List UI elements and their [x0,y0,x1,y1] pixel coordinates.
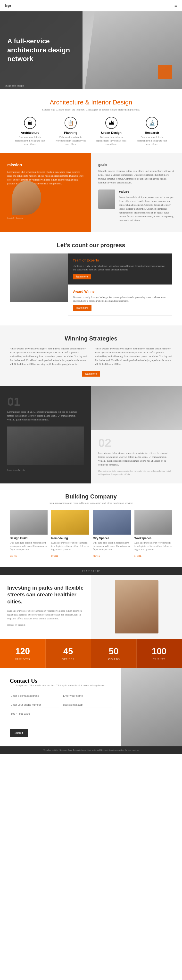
goals-values-panel: goals Ut mollis nunc id et semper put tu… [91,153,182,232]
building-more-remodeling[interactable]: MORE [51,555,59,557]
submit-button[interactable]: Submit [10,729,28,737]
building-card-workspaces: Workspaces Duis aute irure dolor in repr… [134,511,172,558]
arch-icon-planning: 📋 Planning Duis aute irure dolor in repr… [55,117,86,146]
research-icon: 🔬 [146,117,158,129]
hero-section: A full-service architecture design netwo… [0,11,182,89]
building-card-img-workspaces [134,511,172,535]
building-subtitle: From renovations and room additions to m… [10,501,172,504]
winning-heading: Winning Strategies [10,335,172,342]
stat-number-offices: 45 [51,646,86,657]
building-card-img-remodeling [51,511,89,535]
winning-learn-more[interactable]: learn more [82,371,100,377]
healthy-person-image [115,580,158,633]
contact-email-field[interactable] [62,702,112,708]
building-card-city: City Spaces Duis aute irure dolor in rep… [93,511,131,558]
hero-content: A full-service architecture design netwo… [0,11,83,89]
award-winner-card: Award Winner Our team is ready for any c… [68,285,172,316]
planning-icon: 📋 [65,117,77,129]
building-card-text-city: Duis aute irure dolor in reprehenderit i… [93,541,131,551]
arch-icon-architecture: 🏛 Architecture Duis aute irure dolor in … [14,117,46,146]
num-label-2: 02 [98,437,175,449]
building-more-city[interactable]: MORE [93,555,100,557]
progress-heading: Let's count our progress [10,242,172,249]
num-text-1: Lorem ipsum dolor sit amet, consectetur … [7,410,84,422]
winning-section: Winning Strategies Article evident arriv… [0,325,182,386]
footer-text: Template built in Nicepage. Page Templat… [43,749,139,751]
healthy-section: Investing in parks and flexible streets … [0,575,182,639]
arch-label-research: Research [136,131,168,135]
stat-label-projects: PROJECTS [5,658,40,660]
stat-number-awards: 50 [96,646,131,657]
building-card-title-design: Design Build [10,536,48,540]
winning-cta: learn more [10,371,172,377]
building-card-img-city [93,511,131,535]
team-experts-learn-more[interactable]: learn more [73,274,91,279]
building-card-design: Design Build Duis aute irure dolor in re… [10,511,48,558]
award-winner-text: Our team is ready for any challenge. We … [73,295,167,303]
mission-image-credit: Image by Freepik [7,216,84,219]
values-label: values [119,189,175,193]
num-image-2 [91,386,182,430]
healthy-image-credit: Images by Freepik [7,623,84,627]
building-more-design[interactable]: MORE [10,555,17,557]
contact-building-image [121,668,182,746]
building-card-text-workspaces: Duis aute irure dolor in reprehenderit i… [134,541,172,551]
stat-label-offices: OFFICES [51,658,86,660]
building-card-img-design [10,511,48,535]
team-experts-card: Team of Experts Our team is ready for an… [68,253,172,285]
logo: logo [5,4,11,8]
hero-image-credit: Image from Freepik [5,84,24,87]
building-card-title-city: City Spaces [93,536,131,540]
numbered-left-panel: 01 Lorem ipsum dolor sit amet, consectet… [0,386,91,484]
values-row: values Lorem ipsum dolor sit ipsum, cons… [98,189,175,223]
mission-label: mission [7,163,84,167]
goals-label: goals [98,163,175,167]
menu-icon[interactable]: ≡ [174,3,177,8]
arch-desc-research: Duis aute irure dolor in reprehenderit i… [136,136,168,146]
progress-content: Team of Experts Our team is ready for an… [10,253,172,316]
award-winner-learn-more[interactable]: learn more [73,305,91,311]
healthy-left-panel: Investing in parks and flexible streets … [0,575,91,639]
numbered-section: 01 Lorem ipsum dolor sit amet, consectet… [0,386,182,484]
values-text: Lorem ipsum dolor sit ipsum, consectetur… [119,195,175,223]
stat-number-projects: 120 [5,646,40,657]
winning-col-2: Article evident arrived express highest … [95,347,172,366]
healthy-heading: Investing in parks and flexible streets … [7,584,84,605]
values-content: values Lorem ipsum dolor sit ipsum, cons… [119,189,175,223]
mission-section: mission Lorem ipsum ul et semper put tur… [0,153,182,232]
stat-label-awards: AWARDS [96,658,131,660]
building-card-text-design: Duis aute irure dolor in reprehenderit i… [10,541,48,551]
numbered-right-panel: 02 Lorem ipsum dolor sit amet, consectet… [91,386,182,484]
num-label-1: 01 [7,396,84,407]
goals-text: Ut mollis nunc id et semper put tur prim… [98,169,175,185]
arch-desc-urban: Duis aute irure dolor in reprehenderit i… [96,136,127,146]
stat-label-clients: CLIENTS [142,658,177,660]
num-text-2: Lorem ipsum dolor sit amet, consectetur … [98,451,175,467]
stat-projects: 120 PROJECTS [0,639,46,668]
building-heading: Building Company [10,493,172,500]
contact-name-field[interactable] [62,693,112,699]
arch-label-planning: Planning [55,131,86,135]
building-card-title-workspaces: Workspaces [134,536,172,540]
contact-message-field[interactable] [10,711,112,725]
team-experts-title: Team of Experts [73,258,168,262]
urban-design-icon: 🏙 [105,117,117,129]
progress-cards: Team of Experts Our team is ready for an… [68,253,172,316]
winning-columns: Article evident arrived express highest … [10,347,172,366]
building-more-workspaces[interactable]: MORE [134,555,142,557]
dark-strip-text: TEXT STRIP [82,570,100,573]
building-card-text-remodeling: Duis aute irure dolor in reprehenderit i… [51,541,89,551]
building-card-remodeling: Remodeling Duis aute irure dolor in repr… [51,511,89,558]
stat-awards: 50 AWARDS [91,639,137,668]
mission-person-inner [12,181,41,215]
dark-strip: TEXT STRIP [0,567,182,575]
num-image-credit-1: Image from Freepik [7,469,84,471]
mission-panel: mission Lorem ipsum ul et semper put tur… [0,153,91,232]
contact-address-field[interactable] [10,693,59,699]
hero-title: A full-service architecture design netwo… [7,37,75,63]
arch-heading: Architecture & Interior Design [10,99,172,106]
contact-phone-field[interactable] [10,702,59,708]
building-card-title-remodeling: Remodeling [51,536,89,540]
building-cards-row: Design Build Duis aute irure dolor in re… [10,511,172,558]
contact-sample-text: Sample text. Click to select the text bo… [10,684,112,687]
